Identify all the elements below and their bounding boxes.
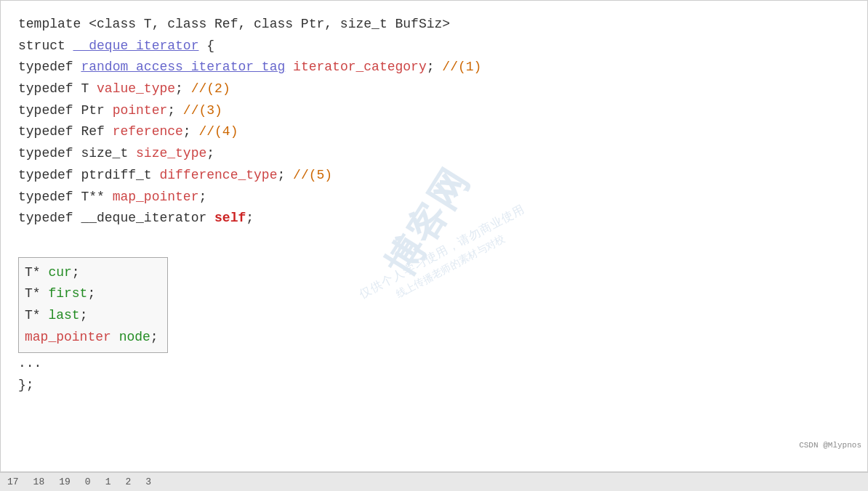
bottom-num-1: 17 <box>7 476 19 487</box>
code-ellipsis: ... <box>18 353 850 375</box>
highlighted-box: T* cur; T* first; T* last; map_pointer n… <box>18 257 168 354</box>
bottom-num-4: 0 <box>85 476 91 487</box>
code-closing: }; <box>18 375 850 397</box>
code-line-typedef-2: typedef T value_type; //(2) <box>18 78 850 100</box>
code-blank-line <box>18 230 850 251</box>
code-line-template: template <class T, class Ref, class Ptr,… <box>18 14 850 36</box>
code-line-typedef-5: typedef size_t size_type; <box>18 143 850 165</box>
code-line-typedef-4: typedef Ref reference; //(4) <box>18 121 850 143</box>
box-line-2: T* first; <box>25 283 158 305</box>
code-block: template <class T, class Ref, class Ptr,… <box>18 14 850 397</box>
code-line-struct: struct __deque_iterator { <box>18 36 850 57</box>
code-line-typedef-8: typedef __deque_iterator self; <box>18 208 850 230</box>
struct-name: __deque_iterator <box>73 38 199 53</box>
box-line-4: map_pointer node; <box>25 327 158 349</box>
bottom-num-2: 18 <box>33 476 45 487</box>
code-line-typedef-3: typedef Ptr pointer; //(3) <box>18 100 850 122</box>
code-line-typedef-6: typedef ptrdiff_t difference_type; //(5) <box>18 165 850 187</box>
csdn-badge: CSDN @Mlypnos <box>799 441 861 450</box>
bottom-num-5: 1 <box>105 476 111 487</box>
box-line-1: T* cur; <box>25 262 158 284</box>
code-line-typedef-7: typedef T** map_pointer; <box>18 187 850 208</box>
bottom-num-7: 3 <box>145 476 151 487</box>
bottom-bar: 17 18 19 0 1 2 3 <box>0 472 868 491</box>
bottom-num-3: 19 <box>59 476 71 487</box>
box-line-3: T* last; <box>25 305 158 327</box>
code-line-typedef-1: typedef random_access_iterator_tag itera… <box>18 57 850 78</box>
bottom-num-6: 2 <box>125 476 131 487</box>
code-container: 博客网 仅供个人学习使用，请勿商业使用 线上传播老师的素材与对校 templat… <box>0 0 868 472</box>
